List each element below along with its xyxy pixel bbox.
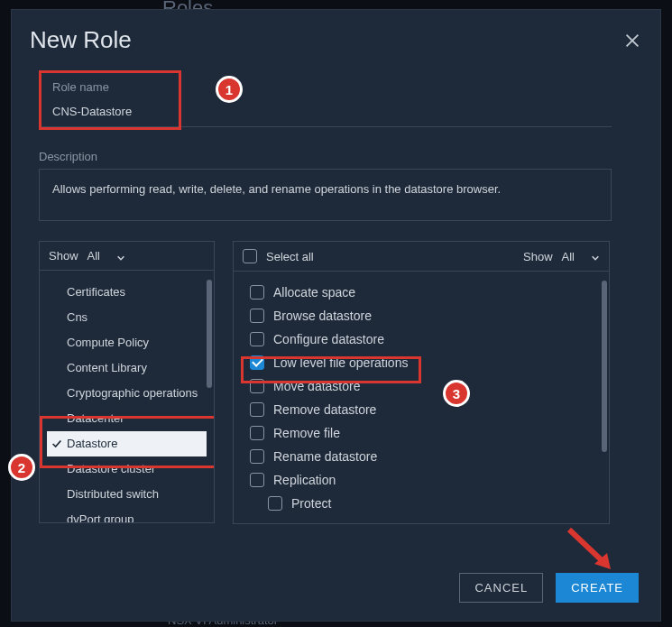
permission-checkbox[interactable] bbox=[250, 449, 264, 464]
permission-checkbox[interactable] bbox=[250, 426, 264, 440]
chevron-down-icon bbox=[591, 252, 600, 261]
category-label: Cryptographic operations bbox=[67, 386, 198, 400]
category-item[interactable]: Cryptographic operations bbox=[47, 381, 207, 406]
permission-checkbox[interactable] bbox=[250, 309, 264, 323]
category-label: Compute Policy bbox=[67, 336, 149, 349]
permission-label: Move datastore bbox=[273, 379, 361, 393]
category-label: Datacenter bbox=[67, 411, 124, 425]
permission-checkbox[interactable] bbox=[250, 473, 264, 487]
category-label: Distributed switch bbox=[67, 487, 159, 501]
permission-label: Remove file bbox=[273, 426, 340, 440]
permission-item[interactable]: Low level file operations bbox=[244, 351, 602, 374]
permission-label: Rename datastore bbox=[273, 449, 377, 464]
permission-item[interactable]: Remove file bbox=[244, 421, 602, 445]
description-textarea[interactable]: Allows performing read, write, delete, a… bbox=[39, 169, 612, 221]
permission-checkbox[interactable] bbox=[250, 402, 264, 417]
category-item[interactable]: Datacenter bbox=[47, 406, 207, 431]
permission-label: Allocate space bbox=[273, 285, 355, 300]
check-icon bbox=[51, 438, 63, 450]
show-label-left: Show bbox=[49, 249, 78, 263]
category-item[interactable]: Certificates bbox=[47, 280, 207, 305]
description-label: Description bbox=[39, 150, 633, 163]
permission-item[interactable]: Allocate space bbox=[244, 281, 602, 304]
annotation-badge-1: 1 bbox=[216, 76, 243, 103]
category-list[interactable]: CertificatesCnsCompute PolicyContent Lib… bbox=[40, 271, 214, 522]
category-item[interactable]: Datastore bbox=[47, 431, 207, 456]
scrollbar-thumb-right[interactable] bbox=[602, 281, 607, 452]
permission-filter-dropdown[interactable]: All bbox=[562, 250, 600, 263]
category-label: Certificates bbox=[67, 285, 125, 299]
category-label: dvPort group bbox=[67, 512, 133, 522]
permission-checkbox[interactable] bbox=[250, 379, 264, 393]
chevron-down-icon bbox=[116, 252, 125, 261]
permission-checkbox[interactable] bbox=[250, 285, 264, 300]
annotation-arrow bbox=[560, 524, 623, 582]
category-label: Content Library bbox=[67, 361, 147, 374]
annotation-badge-3: 3 bbox=[443, 380, 470, 407]
permission-item-sub[interactable]: Protect bbox=[241, 492, 602, 515]
select-all-label: Select all bbox=[266, 250, 314, 263]
role-name-label: Role name bbox=[52, 80, 168, 94]
category-item[interactable]: Compute Policy bbox=[47, 330, 207, 355]
permission-label: Remove datastore bbox=[273, 402, 376, 417]
permission-item[interactable]: Remove datastore bbox=[244, 398, 602, 421]
annotation-badge-2: 2 bbox=[8, 454, 35, 481]
permission-checkbox[interactable] bbox=[250, 355, 264, 370]
category-item[interactable]: Datastore cluster bbox=[47, 456, 207, 482]
permission-checkbox[interactable] bbox=[250, 332, 264, 346]
permission-label: Low level file operations bbox=[273, 355, 408, 370]
close-button[interactable] bbox=[622, 31, 642, 51]
permission-label: Protect bbox=[291, 496, 331, 511]
category-item[interactable]: dvPort group bbox=[47, 507, 207, 522]
permission-label: Replication bbox=[273, 473, 336, 487]
show-label-right: Show bbox=[523, 250, 553, 263]
permission-list: Allocate spaceBrowse datastoreConfigure … bbox=[241, 281, 602, 492]
permission-label: Configure datastore bbox=[273, 332, 384, 346]
category-item[interactable]: Distributed switch bbox=[47, 482, 207, 507]
cancel-button[interactable]: CANCEL bbox=[459, 573, 543, 603]
permission-item[interactable]: Rename datastore bbox=[244, 445, 602, 468]
category-label: Datastore cluster bbox=[67, 462, 155, 475]
category-filter-dropdown[interactable]: All bbox=[87, 249, 125, 263]
permission-checkbox[interactable] bbox=[268, 496, 282, 511]
category-item[interactable]: Cns bbox=[47, 305, 207, 330]
permission-item[interactable]: Move datastore bbox=[244, 374, 602, 398]
category-item[interactable]: Content Library bbox=[47, 355, 207, 381]
scrollbar-thumb-left[interactable] bbox=[207, 280, 212, 388]
permission-label: Browse datastore bbox=[273, 309, 372, 323]
dropdown-all-right: All bbox=[562, 250, 575, 263]
permission-item[interactable]: Replication bbox=[244, 468, 602, 492]
new-role-dialog: New Role Role name CNS-Datastore 1 Descr… bbox=[11, 9, 661, 622]
permission-item[interactable]: Browse datastore bbox=[244, 304, 602, 327]
permission-item[interactable]: Configure datastore bbox=[244, 327, 602, 351]
category-label: Datastore bbox=[67, 437, 117, 450]
dialog-title: New Role bbox=[30, 26, 132, 54]
role-name-input[interactable]: CNS-Datastore bbox=[52, 99, 168, 118]
category-label: Cns bbox=[67, 310, 87, 324]
select-all-checkbox[interactable] bbox=[243, 249, 257, 263]
dropdown-all-left: All bbox=[87, 249, 100, 263]
